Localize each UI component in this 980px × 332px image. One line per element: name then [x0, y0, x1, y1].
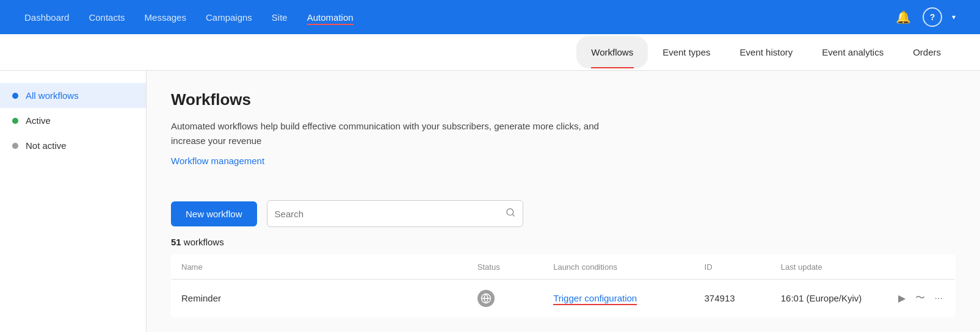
th-last-update: Last update	[771, 255, 886, 280]
top-nav-right: 🔔 ? ▾	[893, 7, 956, 27]
page-description: Automated workflows help build effective…	[171, 119, 635, 148]
th-actions	[886, 255, 956, 280]
all-workflows-dot	[12, 93, 18, 99]
trigger-configuration-link[interactable]: Trigger configuration	[553, 293, 637, 305]
sidebar-item-not-active-label: Not active	[26, 140, 67, 151]
more-options-button[interactable]: ···	[932, 290, 945, 306]
status-globe-icon	[477, 290, 495, 307]
workflows-count-number: 51	[171, 237, 181, 247]
user-menu-chevron[interactable]: ▾	[952, 13, 956, 21]
row-name: Reminder	[172, 280, 468, 317]
tab-event-analytics[interactable]: Event analytics	[807, 36, 898, 68]
row-status	[468, 280, 543, 317]
sub-navigation: Workflows Event types Event history Even…	[0, 34, 980, 71]
sidebar-item-all-workflows[interactable]: All workflows	[0, 83, 146, 108]
th-launch: Launch conditions	[543, 255, 694, 280]
tab-orders[interactable]: Orders	[898, 36, 956, 68]
workflow-management-link[interactable]: Workflow management	[171, 156, 264, 166]
row-actions-cell: ▶ 〜 ···	[886, 280, 956, 317]
th-status: Status	[468, 255, 543, 280]
th-id: ID	[695, 255, 771, 280]
row-launch-condition: Trigger configuration	[543, 280, 694, 317]
not-active-dot	[12, 143, 18, 149]
sidebar-item-active[interactable]: Active	[0, 108, 146, 133]
nav-messages[interactable]: Messages	[145, 10, 186, 25]
workflows-table: Name Status Launch conditions ID Last up…	[171, 254, 956, 317]
svg-line-1	[512, 214, 514, 216]
nav-automation[interactable]: Automation	[307, 10, 354, 25]
search-icon	[506, 208, 515, 220]
sidebar: All workflows Active Not active	[0, 71, 147, 332]
row-last-update: 16:01 (Europe/Kyiv)	[771, 280, 886, 317]
th-name: Name	[172, 255, 468, 280]
sidebar-item-all-workflows-label: All workflows	[26, 90, 79, 101]
bell-icon[interactable]: 🔔	[893, 7, 913, 27]
new-workflow-button[interactable]: New workflow	[171, 201, 257, 226]
row-actions: ▶ 〜 ···	[896, 289, 945, 307]
tab-event-history[interactable]: Event history	[725, 36, 808, 68]
search-input[interactable]	[275, 209, 506, 219]
table-row: Reminder Trigger configuration	[172, 280, 956, 317]
top-nav-links: Dashboard Contacts Messages Campaigns Si…	[24, 10, 354, 25]
nav-contacts[interactable]: Contacts	[89, 10, 125, 25]
workflows-count: 51 workflows	[171, 237, 956, 247]
row-id: 374913	[695, 280, 771, 317]
main-content: Workflows Automated workflows help build…	[147, 71, 980, 332]
sidebar-item-not-active[interactable]: Not active	[0, 133, 146, 158]
page-title: Workflows	[171, 90, 956, 109]
active-dot	[12, 118, 18, 124]
tab-workflows[interactable]: Workflows	[576, 36, 648, 68]
search-box	[267, 200, 523, 227]
tab-event-types[interactable]: Event types	[648, 36, 725, 68]
top-navigation: Dashboard Contacts Messages Campaigns Si…	[0, 0, 980, 34]
main-layout: All workflows Active Not active Workflow…	[0, 71, 980, 332]
analytics-button[interactable]: 〜	[913, 289, 927, 307]
play-button[interactable]: ▶	[896, 290, 908, 306]
nav-site[interactable]: Site	[272, 10, 288, 25]
help-icon[interactable]: ?	[923, 7, 942, 27]
sidebar-item-active-label: Active	[26, 115, 51, 126]
nav-dashboard[interactable]: Dashboard	[24, 10, 69, 25]
table-header: Name Status Launch conditions ID Last up…	[172, 255, 956, 280]
toolbar: New workflow	[171, 200, 956, 227]
workflows-count-label: workflows	[184, 237, 224, 247]
nav-campaigns[interactable]: Campaigns	[206, 10, 252, 25]
table-body: Reminder Trigger configuration	[172, 280, 956, 317]
sub-nav-tabs: Workflows Event types Event history Even…	[576, 36, 956, 68]
